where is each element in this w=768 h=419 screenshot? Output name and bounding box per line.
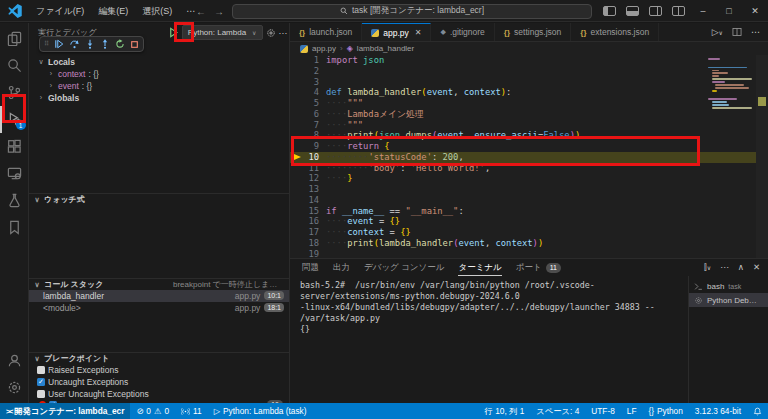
- call-stack-section-header[interactable]: ∨コール スタック breakpoint で一時停止しました: [29, 278, 289, 290]
- stop-icon[interactable]: [130, 40, 139, 49]
- debug-more-actions-icon[interactable]: ⋯: [279, 28, 288, 38]
- nav-forward-icon[interactable]: →: [214, 6, 224, 17]
- restart-icon[interactable]: [115, 39, 125, 49]
- run-and-debug-activity-item[interactable]: 1: [0, 106, 29, 133]
- split-editor-icon[interactable]: [732, 27, 742, 37]
- gutter[interactable]: [290, 249, 306, 258]
- close-tab-icon[interactable]: ✕: [415, 28, 422, 37]
- gutter[interactable]: [290, 184, 306, 195]
- status-item[interactable]: {}Python: [642, 403, 688, 419]
- bookmarks-activity-item[interactable]: [0, 214, 29, 241]
- watch-section-header[interactable]: ∨ウォッチ式: [29, 193, 289, 205]
- status-item[interactable]: 行 10, 列 1: [479, 403, 531, 419]
- terminal-list-item[interactable]: Python Deb…: [689, 293, 768, 307]
- status-item[interactable]: スペース: 4: [530, 403, 585, 419]
- toggle-sidebar-icon[interactable]: [603, 6, 616, 16]
- status-item[interactable]: LF: [621, 403, 643, 419]
- gutter[interactable]: [290, 109, 306, 120]
- gutter[interactable]: [290, 120, 306, 131]
- tab-settings-json[interactable]: {}settings.json: [495, 23, 571, 41]
- gutter[interactable]: [290, 98, 306, 109]
- minimap[interactable]: [708, 58, 752, 113]
- code-editor[interactable]: 1import json234def lambda_handler(event,…: [290, 55, 768, 258]
- panel-tab-ターミナル[interactable]: ターミナル: [458, 259, 501, 276]
- settings-gear-activity-item[interactable]: [0, 374, 29, 401]
- gutter[interactable]: [290, 55, 306, 66]
- breakpoint-checkbox[interactable]: ✓: [37, 378, 45, 386]
- variable-row[interactable]: ›event: {}: [29, 80, 289, 92]
- gutter[interactable]: [290, 195, 306, 206]
- status-item[interactable]: ⊘0⚠0: [130, 403, 175, 419]
- gutter[interactable]: [290, 216, 306, 227]
- panel-tab-出力[interactable]: 出力: [333, 259, 350, 276]
- extensions-activity-item[interactable]: [0, 133, 29, 160]
- maximize-button[interactable]: □: [716, 0, 742, 22]
- account-activity-item[interactable]: [0, 347, 29, 374]
- scope-row[interactable]: ›Globals: [29, 92, 289, 104]
- editor-more-actions-icon[interactable]: ⋯: [751, 27, 760, 37]
- breakpoint-row[interactable]: Raised Exceptions: [29, 364, 289, 376]
- gutter[interactable]: [290, 141, 306, 152]
- explorer-activity-item[interactable]: [0, 25, 29, 52]
- breakpoint-checkbox[interactable]: [37, 366, 45, 374]
- tab-extensions-json[interactable]: {}extensions.json: [571, 23, 659, 41]
- gutter[interactable]: [290, 77, 306, 88]
- toggle-panel-icon[interactable]: [626, 6, 639, 16]
- gutter[interactable]: [290, 87, 306, 98]
- gutter[interactable]: [290, 206, 306, 217]
- tab-app-py[interactable]: app.py✕: [362, 23, 431, 41]
- debug-config-select[interactable]: Python: Lambda ∨: [182, 25, 263, 40]
- panel-tab-デバッグ コンソール[interactable]: デバッグ コンソール: [364, 259, 444, 276]
- command-center-search[interactable]: task [開発コンテナー: lambda_ecr]: [232, 4, 592, 19]
- close-panel-icon[interactable]: ✕: [753, 262, 760, 273]
- gutter[interactable]: [290, 227, 306, 238]
- terminal-layout-icon[interactable]: ⫿∨: [704, 262, 711, 273]
- status-item[interactable]: ▷Python: Lambda (task): [208, 403, 313, 419]
- panel-more-actions-icon[interactable]: ⋯: [720, 262, 729, 273]
- close-button[interactable]: ✕: [742, 0, 768, 22]
- menu-item-1[interactable]: 編集(E): [91, 0, 135, 22]
- variable-row[interactable]: ›context: {}: [29, 68, 289, 80]
- status-item[interactable]: UTF-8: [585, 403, 621, 419]
- run-python-file-button[interactable]: ▷∨: [712, 27, 723, 37]
- start-debug-button[interactable]: [168, 27, 179, 38]
- gutter[interactable]: [290, 163, 306, 174]
- status-item-remote[interactable]: ><開発コンテナー: lambda_ecr: [0, 403, 130, 419]
- minimize-button[interactable]: –: [690, 0, 716, 22]
- search-activity-item[interactable]: [0, 52, 29, 79]
- step-out-icon[interactable]: [100, 39, 110, 49]
- gutter[interactable]: [290, 130, 306, 141]
- call-stack-frame[interactable]: lambda_handlerapp.py10:1: [29, 290, 289, 302]
- nav-back-icon[interactable]: ←: [196, 6, 206, 17]
- panel-tab-ポート[interactable]: ポート11: [516, 259, 561, 276]
- gutter[interactable]: [290, 238, 306, 249]
- breadcrumb[interactable]: app.py › ◈ lambda_handler: [290, 42, 768, 55]
- status-item[interactable]: [747, 403, 768, 419]
- step-into-icon[interactable]: [85, 39, 95, 49]
- toggle-secondary-sidebar-icon[interactable]: [649, 6, 662, 16]
- editor-scrollbar[interactable]: [756, 55, 768, 258]
- breakpoint-row[interactable]: User Uncaught Exceptions: [29, 388, 289, 400]
- gutter[interactable]: [290, 152, 306, 163]
- menu-item-2[interactable]: 選択(S): [135, 0, 179, 22]
- scope-row[interactable]: ∨Locals: [29, 56, 289, 68]
- tab-launch-json[interactable]: {}launch.json: [290, 23, 362, 41]
- panel-tab-問題[interactable]: 問題: [302, 259, 319, 276]
- breakpoints-section-header[interactable]: ∨ブレークポイント: [29, 352, 289, 364]
- drag-handle-icon[interactable]: ⠿: [44, 40, 49, 48]
- tab--gitignore[interactable]: ◆.gitignore: [431, 23, 494, 41]
- gutter[interactable]: [290, 66, 306, 77]
- status-item[interactable]: 11: [175, 403, 208, 419]
- debug-settings-gear-icon[interactable]: [266, 28, 276, 38]
- testing-activity-item[interactable]: [0, 187, 29, 214]
- gutter[interactable]: [290, 173, 306, 184]
- terminal-output[interactable]: bash-5.2# /usr/bin/env /var/lang/bin/pyt…: [290, 276, 688, 403]
- maximize-panel-icon[interactable]: ∧: [738, 262, 744, 273]
- source-control-activity-item[interactable]: [0, 79, 29, 106]
- breakpoint-row[interactable]: ✓Uncaught Exceptions: [29, 376, 289, 388]
- step-over-icon[interactable]: [69, 39, 80, 49]
- menu-item-0[interactable]: ファイル(F): [29, 0, 91, 22]
- continue-icon[interactable]: [54, 39, 64, 49]
- breakpoint-checkbox[interactable]: [37, 390, 45, 398]
- terminal-list-item[interactable]: bashtask: [689, 279, 768, 293]
